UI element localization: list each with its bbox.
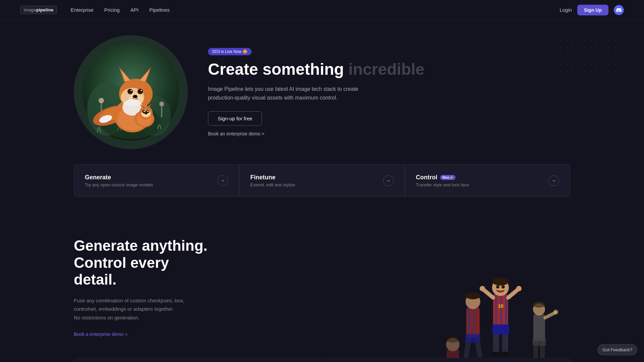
dot (554, 52, 555, 53)
svg-point-40 (145, 112, 147, 114)
svg-rect-61 (468, 308, 470, 338)
dot (584, 70, 585, 71)
feature-card-control-text: Control New✨ Transfer style and lock fac… (416, 174, 469, 187)
dot (596, 46, 597, 47)
dot (590, 64, 591, 65)
nav-enterprise[interactable]: Enterprise (70, 7, 93, 13)
feature-cards: Generate Try any open-source image model… (74, 164, 570, 197)
enterprise-demo-link[interactable]: Book an enterprise demo > (208, 131, 570, 136)
dot (608, 52, 609, 53)
svg-point-39 (147, 111, 149, 112)
dot (566, 70, 567, 71)
dot (602, 70, 603, 71)
bottom-card-finetune[interactable]: Finetune (322, 358, 570, 362)
dot-grid-decoration: // Will be generated in JS below (554, 40, 624, 74)
section2-title: Generate anything. Control every detail. (74, 237, 215, 288)
dot (566, 52, 567, 53)
nav-pricing[interactable]: Pricing (104, 7, 120, 13)
dot (621, 46, 622, 47)
dot (614, 40, 615, 41)
svg-rect-57 (492, 324, 509, 335)
nav-right: Login Sign Up (559, 5, 624, 15)
dot (621, 58, 622, 59)
svg-point-58 (491, 352, 501, 356)
dot (584, 40, 585, 41)
hero-image (74, 35, 188, 149)
svg-text:10: 10 (498, 303, 503, 309)
feature-card-finetune[interactable]: Finetune Extend, edit and stylize → (239, 164, 405, 197)
nav-api[interactable]: API (130, 7, 139, 13)
dot (596, 64, 597, 65)
dot (572, 46, 573, 47)
bottom-card-generate[interactable]: Generate (74, 358, 322, 362)
svg-rect-62 (473, 308, 475, 338)
svg-rect-44 (500, 294, 502, 328)
dot (566, 64, 567, 65)
hero-title: Create something incredible (208, 61, 570, 78)
dot (614, 64, 615, 65)
feature-generate-desc: Try any open-source image models (85, 182, 153, 187)
svg-point-6 (99, 98, 104, 103)
dot (590, 52, 591, 53)
dot (554, 64, 555, 65)
svg-point-59 (500, 352, 510, 356)
section2: Generate anything. Control every detail.… (0, 217, 644, 358)
signup-cta-button[interactable]: Sign-up for free (208, 111, 262, 126)
dot (596, 40, 597, 41)
feature-finetune-arrow[interactable]: → (383, 175, 394, 186)
nav-pipelines[interactable]: Pipelines (149, 7, 170, 13)
dot (608, 58, 609, 59)
dot (578, 64, 579, 65)
feature-card-finetune-text: Finetune Extend, edit and stylize (250, 174, 295, 187)
dot (566, 58, 567, 59)
dot (602, 46, 603, 47)
dot (572, 52, 573, 53)
badge: SD3 is Live Now 🤩 (208, 48, 252, 55)
hero-section: SD3 is Live Now 🤩 Create something incre… (0, 20, 644, 164)
dot (554, 70, 555, 71)
logo[interactable]: imagepipeline (20, 6, 57, 14)
discord-icon[interactable] (614, 5, 624, 15)
dot (554, 40, 555, 41)
enterprise-demo2-link[interactable]: Book a enterprise demo » (74, 331, 127, 337)
dot (578, 46, 579, 47)
dot (590, 58, 591, 59)
svg-point-27 (133, 95, 138, 98)
svg-point-72 (553, 310, 558, 314)
feature-finetune-desc: Extend, edit and stylize (250, 182, 295, 187)
dot (560, 46, 561, 47)
svg-point-49 (496, 285, 499, 289)
dot (621, 70, 622, 71)
dot (584, 58, 585, 59)
svg-point-54 (516, 286, 522, 291)
feature-control-arrow[interactable]: → (548, 175, 559, 186)
nav-links: Enterprise Pricing API Pipelines (70, 7, 559, 13)
feature-card-generate[interactable]: Generate Try any open-source image model… (74, 164, 239, 197)
svg-point-48 (492, 278, 508, 286)
dot (578, 58, 579, 59)
login-button[interactable]: Login (559, 7, 572, 13)
dot (614, 70, 615, 71)
soccer-players-svg: 10 (423, 241, 590, 358)
dot (608, 70, 609, 71)
dot (572, 40, 573, 41)
svg-rect-7 (161, 106, 162, 117)
dot (560, 58, 561, 59)
bottom-features: Generate Finetune (74, 358, 570, 362)
dot (602, 64, 603, 65)
feature-generate-arrow[interactable]: → (217, 175, 228, 186)
dot (614, 58, 615, 59)
feature-card-control[interactable]: Control New✨ Transfer style and lock fac… (405, 164, 570, 197)
dot (621, 52, 622, 53)
dot (572, 70, 573, 71)
dot (560, 64, 561, 65)
feedback-button[interactable]: Got Feedback? (597, 344, 637, 355)
dot (554, 46, 555, 47)
badge-text: SD3 is Live Now 🤩 (212, 49, 248, 54)
dot (584, 46, 585, 47)
signup-button[interactable]: Sign Up (577, 5, 608, 15)
svg-point-64 (466, 293, 480, 299)
new-badge: New✨ (440, 175, 456, 180)
dot (621, 64, 622, 65)
dot (596, 52, 597, 53)
